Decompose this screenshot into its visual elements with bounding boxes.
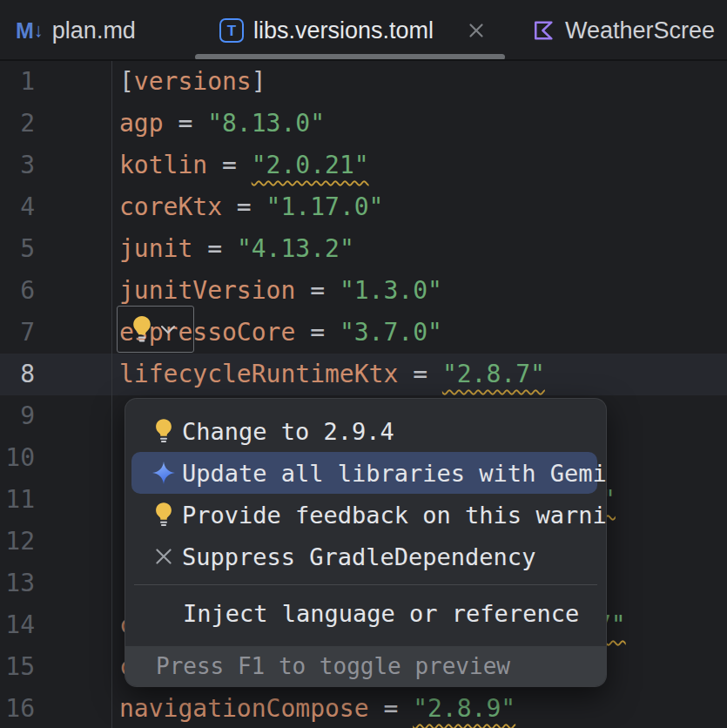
code-token: "1.17.0": [266, 192, 384, 221]
gemini-icon: [146, 460, 181, 486]
code-editor[interactable]: [versions]agp = "8.13.0"kotlin = "2.0.21…: [0, 61, 727, 728]
lightbulb-icon: [132, 315, 151, 343]
intention-popup: Change to 2.9.4 Update all libraries wit…: [125, 398, 607, 687]
code-token: ]: [252, 67, 266, 96]
code-token: kotlin: [119, 151, 207, 179]
tab-libs-versions-toml[interactable]: T libs.versions.toml: [195, 0, 505, 61]
popup-item-change-to[interactable]: Change to 2.9.4: [125, 410, 606, 452]
line-number[interactable]: 15: [0, 646, 111, 688]
gutter-numbers: 12345678910111213141516: [0, 61, 111, 728]
code-token: coreKtx: [119, 192, 222, 221]
line-number[interactable]: 14: [0, 604, 111, 646]
tab-label: plan.md: [52, 17, 136, 44]
gutter-divider: [111, 61, 112, 728]
popup-item-label: Change to 2.9.4: [181, 418, 394, 445]
code-token: "2.0.21": [252, 151, 369, 179]
line-number[interactable]: 9: [0, 395, 111, 437]
code-token: versions: [134, 67, 252, 96]
line-number[interactable]: 13: [0, 563, 111, 604]
code-token: =: [222, 192, 266, 221]
code-token: navigationCompose: [119, 694, 369, 723]
line-number[interactable]: 6: [0, 270, 111, 312]
popup-footer-hint: Press F1 to toggle preview: [125, 646, 606, 686]
close-icon[interactable]: [463, 17, 489, 44]
code-token: =: [295, 276, 340, 305]
code-token: "8.13.0": [207, 109, 325, 138]
lightbulb-icon: [146, 418, 181, 444]
line-number[interactable]: 2: [0, 103, 111, 145]
code-token: =: [369, 694, 414, 723]
code-token: junitVersion: [119, 276, 295, 305]
tab-plan-md[interactable]: M↓ plan.md: [0, 0, 195, 61]
popup-item-provide-feedback[interactable]: Provide feedback on this warning: [125, 494, 606, 536]
tab-weatherscreen[interactable]: WeatherScree: [505, 0, 727, 61]
code-token: agp: [119, 109, 164, 138]
line-number[interactable]: 12: [0, 521, 111, 563]
code-token: =: [398, 360, 442, 388]
code-token: "2.8.9": [413, 694, 515, 723]
line-number[interactable]: 5: [0, 228, 111, 270]
editor-tab-bar: M↓ plan.md T libs.versions.toml WeatherS…: [0, 0, 727, 61]
line-number[interactable]: 16: [0, 688, 111, 728]
line-number[interactable]: 3: [0, 145, 111, 186]
line-number[interactable]: 4: [0, 186, 111, 228]
intention-lightbulb-widget[interactable]: [117, 306, 194, 353]
popup-item-label: Update all libraries with Gemini: [181, 460, 607, 487]
line-number[interactable]: 7: [0, 312, 111, 354]
code-token: "2.8.7": [442, 360, 545, 388]
line-number[interactable]: 1: [0, 61, 111, 103]
code-token: "3.7.0": [340, 318, 442, 347]
line-number[interactable]: 10: [0, 437, 111, 479]
popup-separator: [134, 584, 597, 585]
suppress-x-icon: [146, 545, 181, 568]
line-number[interactable]: 8: [0, 354, 111, 395]
code-token: =: [207, 151, 252, 179]
code-token: junit: [119, 234, 192, 263]
lightbulb-icon: [146, 502, 181, 528]
popup-item-label: Suppress GradleDependency: [181, 543, 535, 570]
popup-item-inject-language[interactable]: Inject language or reference: [125, 592, 606, 634]
code-token: lifecycleRuntimeKtx: [119, 360, 398, 388]
line-number[interactable]: 11: [0, 479, 111, 521]
code-token: =: [295, 318, 340, 347]
popup-item-update-with-gemini[interactable]: Update all libraries with Gemini: [131, 452, 597, 494]
kotlin-icon: [531, 18, 555, 43]
code-token: "4.13.2": [237, 234, 354, 263]
popup-item-suppress[interactable]: Suppress GradleDependency: [125, 536, 606, 577]
popup-item-label: Provide feedback on this warning: [181, 502, 607, 529]
tab-label: WeatherScree: [565, 17, 715, 44]
chevron-down-icon: [160, 325, 176, 334]
code-token: =: [164, 109, 208, 138]
toml-icon: T: [219, 18, 244, 43]
markdown-icon: M↓: [16, 18, 43, 44]
tab-label: libs.versions.toml: [253, 17, 434, 44]
code-token: [: [119, 67, 134, 96]
active-tab-indicator: [195, 54, 505, 60]
code-token: =: [192, 234, 237, 263]
popup-item-label: Inject language or reference: [182, 600, 579, 627]
code-token: "1.3.0": [340, 276, 442, 305]
